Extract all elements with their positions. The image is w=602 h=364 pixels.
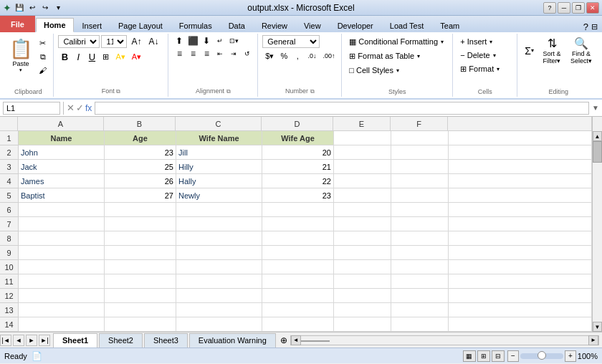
cell-e3[interactable] [334,160,391,174]
formula-input[interactable] [95,102,589,115]
tab-view[interactable]: View [296,18,329,32]
cell-e7[interactable] [334,217,391,231]
cell-b13[interactable] [105,303,176,317]
align-bottom-btn[interactable]: ⬇ [200,35,213,47]
tab-first-btn[interactable]: |◄ [0,335,11,346]
cell-f10[interactable] [391,260,449,274]
name-box[interactable] [3,102,60,115]
delete-btn[interactable]: − Delete ▾ [457,49,502,62]
tab-team[interactable]: Team [432,18,467,32]
format-painter-button[interactable]: 🖌 [36,64,49,77]
cell-b7[interactable] [105,217,176,231]
row-header-9[interactable]: 9 [0,246,18,260]
cell-c3[interactable]: Hilly [176,160,262,174]
ribbon-minimize-icon[interactable]: ⊟ [591,22,598,32]
accounting-btn[interactable]: $▾ [262,49,277,62]
align-top-btn[interactable]: ⬆ [173,35,186,47]
cell-styles-btn[interactable]: □ Cell Styles ▾ [346,64,446,77]
row-header-13[interactable]: 13 [0,303,18,317]
copy-button[interactable]: ⧉ [36,50,49,63]
increase-indent-btn[interactable]: ⇥ [227,48,240,59]
row-header-3[interactable]: 3 [0,160,18,174]
cell-b14[interactable] [105,317,176,332]
cell-a8[interactable] [19,231,105,246]
row-header-11[interactable]: 11 [0,274,18,289]
cell-c2[interactable]: Jill [176,145,262,160]
tab-developer[interactable]: Developer [330,18,381,32]
col-header-d[interactable]: D [262,117,333,131]
tab-load-test[interactable]: Load Test [382,18,432,32]
cell-a14[interactable] [19,317,105,332]
cell-a3[interactable]: Jack [19,160,105,174]
tab-home[interactable]: Home [36,18,74,32]
zoom-thumb[interactable] [538,351,546,360]
cell-f13[interactable] [391,303,449,317]
cell-b12[interactable] [105,289,176,303]
text-direction-btn[interactable]: ↺ [241,48,254,59]
row-header-10[interactable]: 10 [0,260,18,274]
cancel-formula-icon[interactable]: ✕ [67,102,75,113]
scroll-thumb-h[interactable] [301,340,330,342]
tab-prev-btn[interactable]: ◄ [13,335,24,346]
help-btn[interactable]: ? [543,2,556,14]
align-center-btn[interactable]: ≡ [186,48,199,59]
cell-d12[interactable] [262,289,334,303]
format-as-table-btn[interactable]: ⊞ Format as Table ▾ [346,49,446,62]
cell-a6[interactable] [19,203,105,217]
cell-e2[interactable] [334,145,391,160]
format-btn[interactable]: ⊞ Format ▾ [457,62,502,75]
align-left-btn[interactable]: ≡ [173,48,186,59]
cell-a12[interactable] [19,289,105,303]
cell-e1[interactable] [334,131,391,145]
cell-e5[interactable] [334,188,391,203]
cell-c14[interactable] [176,317,262,332]
quick-access-dropdown[interactable]: ▾ [53,3,63,13]
save-quick-btn[interactable]: 💾 [14,3,24,13]
page-break-view-btn[interactable]: ⊟ [492,350,505,362]
page-layout-view-btn[interactable]: ⊞ [477,350,490,362]
cell-b2[interactable]: 23 [105,145,176,160]
cell-f7[interactable] [391,217,449,231]
vertical-scrollbar[interactable]: ▲ ▼ [592,131,602,332]
cell-a9[interactable] [19,246,105,260]
font-color-button[interactable]: A▾ [129,50,144,63]
cell-f14[interactable] [391,317,449,332]
decrease-font-btn[interactable]: A↓ [145,35,161,48]
cell-e9[interactable] [334,246,391,260]
cell-e11[interactable] [334,274,391,289]
cell-c11[interactable] [176,274,262,289]
insert-function-icon[interactable]: fx [85,103,92,113]
cell-e4[interactable] [334,174,391,188]
font-size-select[interactable]: 11 [101,35,127,48]
formula-expand-btn[interactable]: ▼ [592,104,599,112]
cell-d13[interactable] [262,303,334,317]
cell-f12[interactable] [391,289,449,303]
tab-file[interactable]: File [0,16,35,32]
cell-f4[interactable] [391,174,449,188]
sheet-tab-1[interactable]: Sheet1 [53,333,97,348]
align-middle-btn[interactable]: ⬛ [186,35,199,47]
decrease-decimal-btn[interactable]: .0↓ [305,49,319,62]
cell-e13[interactable] [334,303,391,317]
row-header-5[interactable]: 5 [0,188,18,203]
cell-d2[interactable]: 20 [262,145,334,160]
wrap-text-btn[interactable]: ↵ [214,35,226,47]
cell-e12[interactable] [334,289,391,303]
undo-btn[interactable]: ↩ [27,3,37,13]
row-header-12[interactable]: 12 [0,289,18,303]
decrease-indent-btn[interactable]: ⇤ [214,48,226,59]
cell-c5[interactable]: Newly [176,188,262,203]
cell-c6[interactable] [176,203,262,217]
comma-btn[interactable]: , [291,49,304,62]
cell-c9[interactable] [176,246,262,260]
cell-a1[interactable]: Name [19,131,105,145]
cell-a5[interactable]: Baptist [19,188,105,203]
cell-c12[interactable] [176,289,262,303]
scroll-down-btn[interactable]: ▼ [593,322,602,332]
cell-f2[interactable] [391,145,449,160]
row-header-2[interactable]: 2 [0,145,18,160]
cell-c7[interactable] [176,217,262,231]
cell-b3[interactable]: 25 [105,160,176,174]
cell-e14[interactable] [334,317,391,332]
cell-f1[interactable] [391,131,449,145]
